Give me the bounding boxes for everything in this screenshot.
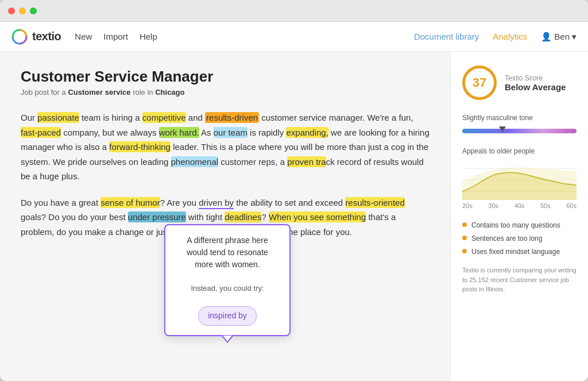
doc-title: Customer Service Manager	[21, 68, 430, 86]
nav-right: Document library Analytics 👤 Ben ▾	[414, 32, 577, 42]
highlight-phenomenal: phenomenal	[171, 156, 219, 167]
user-name: Ben	[554, 32, 570, 41]
tooltip-suggestion[interactable]: inspired by	[198, 306, 257, 326]
bullets-section: Contains too many questions Sentences ar…	[462, 221, 577, 256]
score-desc: Below Average	[505, 82, 566, 92]
doc-role: Customer service	[68, 88, 130, 97]
tooltip-arrow-inner	[223, 336, 232, 341]
nav-import[interactable]: Import	[103, 32, 128, 41]
minimize-button[interactable]	[19, 7, 26, 14]
tooltip-box: A different phrase here would tend to re…	[164, 224, 291, 336]
highlight-when-you-see: When you see something	[269, 211, 366, 222]
tone-bar	[462, 126, 577, 136]
logo-area: textio	[11, 29, 61, 45]
highlight-sense-of-humor: sense of humor	[100, 197, 160, 208]
age-label-20s: 20s	[462, 202, 473, 209]
score-area: 37 Textio Score Below Average	[462, 66, 577, 100]
content-area: Customer Service Manager Job post for a …	[0, 52, 588, 381]
tone-label: Slightly masculine tone	[462, 114, 577, 122]
app-window: textio New Import Help Document library …	[0, 0, 588, 381]
bullet-text-3: Uses fixed mindset language	[471, 247, 560, 257]
highlight-results-driven: results-driven	[205, 112, 259, 123]
nav-document-library[interactable]: Document library	[414, 32, 479, 41]
tooltip-instead-label: Instead, you could try:	[177, 282, 278, 295]
bullet-item-1: Contains too many questions	[462, 221, 577, 230]
highlight-work-hard: work hard.	[159, 127, 199, 138]
user-icon: 👤	[541, 32, 552, 42]
age-label-60s: 60s	[566, 202, 577, 209]
user-menu[interactable]: 👤 Ben ▾	[541, 32, 577, 42]
tone-section: Slightly masculine tone	[462, 114, 577, 136]
nav-help[interactable]: Help	[140, 32, 157, 41]
nav-links: New Import Help	[75, 32, 414, 41]
age-chart	[462, 160, 577, 200]
comparing-text: Textio is currently comparing your writi…	[462, 265, 577, 294]
logo-icon	[11, 29, 28, 45]
bullet-item-2: Sentences are too long	[462, 234, 577, 244]
body-text: Our passionate team is hiring a competit…	[21, 110, 430, 239]
age-label-40s: 40s	[514, 202, 525, 209]
age-label-50s: 50s	[540, 202, 551, 209]
age-label: Appeals to older people	[462, 147, 577, 155]
highlight-our-team: our team	[214, 127, 247, 138]
highlight-fast-paced: fast-paced	[21, 127, 61, 138]
sidebar: 37 Textio Score Below Average Slightly m…	[450, 52, 588, 381]
logo-text: textio	[32, 30, 61, 43]
highlight-passionate: passionate	[37, 112, 79, 123]
tooltip-main-text: A different phrase here would tend to re…	[177, 234, 278, 271]
tooltip-container: A different phrase here would tend to re…	[164, 224, 291, 336]
score-label: Textio Score	[505, 74, 566, 82]
score-info: Textio Score Below Average	[505, 74, 566, 92]
highlight-proven-track: proven tra	[287, 156, 326, 167]
doc-subtitle: Job post for a Customer service role in …	[21, 88, 430, 97]
paragraph-1: Our passionate team is hiring a competit…	[21, 110, 430, 184]
navbar: textio New Import Help Document library …	[0, 22, 588, 52]
nav-analytics[interactable]: Analytics	[493, 32, 527, 41]
nav-new[interactable]: New	[75, 32, 92, 41]
highlight-competitive: competitive	[142, 112, 186, 123]
highlight-expanding: expanding,	[286, 127, 328, 138]
doc-location: Chicago	[155, 88, 184, 97]
tone-indicator	[499, 126, 506, 132]
highlight-forward-thinking: forward-thinking	[109, 141, 171, 152]
highlight-under-pressure: under pressure	[128, 211, 186, 222]
main-content: Customer Service Manager Job post for a …	[0, 52, 450, 381]
traffic-lights	[8, 7, 37, 14]
highlight-results-oriented: results-oriented	[345, 197, 404, 208]
bullet-item-3: Uses fixed mindset language	[462, 247, 577, 257]
close-button[interactable]	[8, 7, 15, 14]
titlebar	[0, 0, 588, 22]
bullet-text-1: Contains too many questions	[471, 221, 560, 230]
highlight-driven-by: driven by	[199, 198, 234, 209]
age-labels: 20s 30s 40s 50s 60s	[462, 202, 577, 209]
chevron-down-icon: ▾	[572, 32, 577, 42]
maximize-button[interactable]	[30, 7, 37, 14]
bullet-text-2: Sentences are too long	[471, 234, 542, 244]
age-section: Appeals to older people	[462, 147, 577, 209]
highlight-deadlines: deadlines	[225, 211, 261, 222]
score-value: 37	[473, 75, 486, 90]
age-label-30s: 30s	[488, 202, 498, 209]
bullet-dot-2	[462, 236, 467, 240]
bullet-dot-1	[462, 222, 467, 227]
bullet-dot-3	[462, 249, 467, 253]
score-circle: 37	[462, 66, 497, 100]
tone-bar-track	[462, 129, 577, 133]
